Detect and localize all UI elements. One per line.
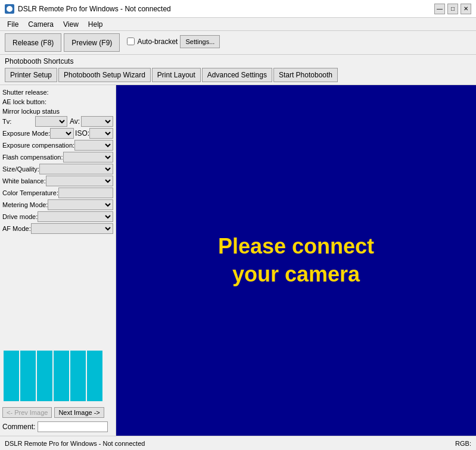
auto-bracket-row: Auto-bracket Settings... bbox=[127, 35, 220, 48]
next-image-button[interactable]: Next Image -> bbox=[54, 407, 104, 418]
preview-button[interactable]: Preview (F9) bbox=[64, 33, 120, 52]
thumbnail-6[interactable] bbox=[87, 351, 102, 401]
content-area: Shutter release: AE lock button: Mirror … bbox=[0, 85, 476, 436]
menu-help[interactable]: Help bbox=[83, 19, 108, 30]
printer-setup-button[interactable]: Printer Setup bbox=[5, 68, 57, 82]
camera-message-line2: your camera bbox=[232, 262, 360, 286]
color-temp-label: Color Temperature: bbox=[2, 189, 58, 196]
drive-mode-label: Drive mode: bbox=[2, 213, 38, 220]
exposure-mode-select[interactable] bbox=[50, 128, 74, 139]
auto-bracket-label: Auto-bracket bbox=[137, 38, 178, 46]
tv-label: Tv: bbox=[2, 118, 35, 125]
drive-mode-select[interactable] bbox=[38, 211, 113, 222]
thumbnail-3[interactable] bbox=[37, 351, 52, 401]
ae-lock-status: AE lock button: bbox=[2, 97, 113, 107]
size-quality-row: Size/Quality: bbox=[2, 164, 113, 174]
release-button[interactable]: Release (F8) bbox=[5, 33, 61, 52]
white-balance-label: White balance: bbox=[2, 177, 46, 185]
menu-camera[interactable]: Camera bbox=[23, 19, 58, 30]
af-mode-label: AF Mode: bbox=[2, 225, 31, 232]
metering-label: Metering Mode: bbox=[2, 201, 48, 208]
metering-select[interactable] bbox=[48, 199, 113, 210]
status-bar-rgb: RGB: bbox=[455, 440, 471, 447]
app-icon bbox=[5, 4, 14, 14]
title-bar-left: DSLR Remote Pro for Windows - Not connec… bbox=[5, 4, 171, 14]
svg-point-0 bbox=[7, 6, 13, 12]
navigation-buttons: <- Prev Image Next Image -> bbox=[2, 405, 113, 420]
exp-comp-select[interactable] bbox=[74, 140, 113, 151]
white-balance-select[interactable] bbox=[46, 176, 113, 186]
color-temp-input[interactable] bbox=[58, 188, 113, 198]
iso-label: ISO: bbox=[75, 129, 89, 138]
menu-bar: File Camera View Help bbox=[0, 18, 476, 31]
menu-file[interactable]: File bbox=[2, 19, 23, 30]
status-bar: DSLR Remote Pro for Windows - Not connec… bbox=[0, 436, 476, 450]
left-panel: Shutter release: AE lock button: Mirror … bbox=[0, 85, 116, 436]
af-mode-select[interactable] bbox=[31, 223, 113, 234]
prev-image-button[interactable]: <- Prev Image bbox=[2, 407, 52, 418]
tv-select[interactable] bbox=[35, 116, 67, 127]
print-layout-button[interactable]: Print Layout bbox=[152, 68, 201, 82]
exposure-mode-label: Exposure Mode: bbox=[2, 130, 50, 137]
window-controls: — □ ✕ bbox=[434, 4, 471, 14]
size-quality-select[interactable] bbox=[39, 164, 113, 174]
status-bar-text: DSLR Remote Pro for Windows - Not connec… bbox=[5, 440, 145, 447]
af-mode-row: AF Mode: bbox=[2, 223, 113, 234]
auto-bracket-checkbox[interactable] bbox=[127, 38, 135, 45]
color-temp-row: Color Temperature: bbox=[2, 188, 113, 198]
shutter-status: Shutter release: bbox=[2, 88, 113, 97]
exp-comp-label: Exposure compensation: bbox=[2, 142, 74, 149]
thumbnail-5[interactable] bbox=[70, 351, 86, 401]
maximize-button[interactable]: □ bbox=[447, 4, 458, 14]
thumbnail-2[interactable] bbox=[20, 351, 36, 401]
comment-input[interactable] bbox=[38, 421, 108, 432]
comment-row: Comment: bbox=[2, 420, 113, 433]
iso-select[interactable] bbox=[89, 128, 113, 139]
exposure-iso-row: Exposure Mode: ISO: bbox=[2, 128, 113, 139]
drive-mode-row: Drive mode: bbox=[2, 211, 113, 222]
thumbnail-strip bbox=[2, 348, 113, 405]
metering-row: Metering Mode: bbox=[2, 199, 113, 210]
tv-av-row: Tv: Av: bbox=[2, 116, 113, 127]
advanced-settings-button[interactable]: Advanced Settings bbox=[202, 68, 272, 82]
close-button[interactable]: ✕ bbox=[461, 4, 471, 14]
camera-message-line1: Please connect bbox=[218, 234, 374, 258]
white-balance-row: White balance: bbox=[2, 176, 113, 186]
main-container: Release (F8) Preview (F9) Auto-bracket S… bbox=[0, 31, 476, 436]
thumbnail-1[interactable] bbox=[4, 351, 19, 401]
photobooth-setup-wizard-button[interactable]: Photobooth Setup Wizard bbox=[58, 68, 151, 82]
flash-comp-row: Flash compensation: bbox=[2, 152, 113, 162]
camera-view: Please connect your camera bbox=[116, 85, 476, 436]
minimize-button[interactable]: — bbox=[434, 4, 445, 14]
title-bar: DSLR Remote Pro for Windows - Not connec… bbox=[0, 0, 476, 18]
mirror-status: Mirror lockup status bbox=[2, 107, 113, 116]
photobooth-title: Photobooth Shortcuts bbox=[5, 57, 471, 65]
menu-view[interactable]: View bbox=[58, 19, 83, 30]
size-quality-label: Size/Quality: bbox=[2, 165, 39, 173]
exp-comp-row: Exposure compensation: bbox=[2, 140, 113, 151]
photobooth-buttons: Printer Setup Photobooth Setup Wizard Pr… bbox=[5, 68, 471, 82]
camera-message: Please connect your camera bbox=[218, 233, 374, 289]
flash-comp-select[interactable] bbox=[63, 152, 114, 162]
window-title: DSLR Remote Pro for Windows - Not connec… bbox=[18, 5, 171, 13]
av-label: Av: bbox=[70, 117, 80, 126]
flash-comp-label: Flash compensation: bbox=[2, 154, 63, 161]
av-select[interactable] bbox=[81, 116, 113, 127]
comment-label: Comment: bbox=[2, 423, 35, 431]
thumbnail-4[interactable] bbox=[54, 351, 69, 401]
photobooth-section: Photobooth Shortcuts Printer Setup Photo… bbox=[0, 55, 476, 85]
toolbar: Release (F8) Preview (F9) Auto-bracket S… bbox=[0, 31, 476, 55]
settings-button[interactable]: Settings... bbox=[180, 35, 220, 48]
start-photobooth-button[interactable]: Start Photobooth bbox=[273, 68, 338, 82]
